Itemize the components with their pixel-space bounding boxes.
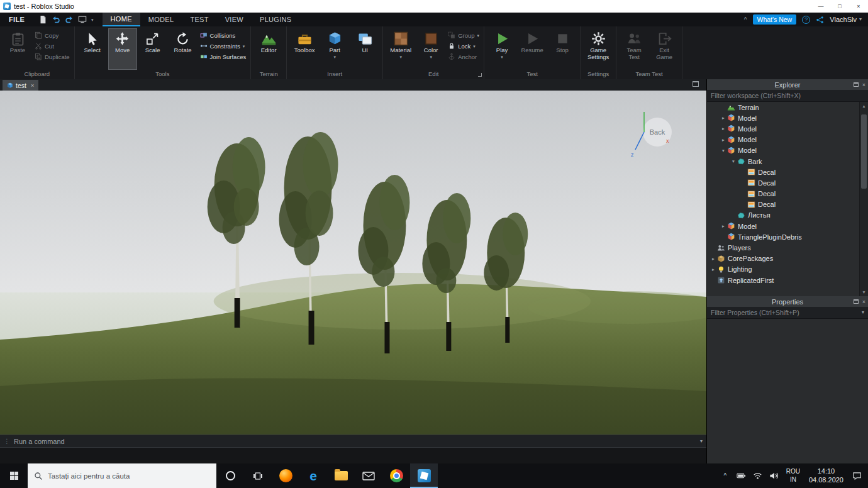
tree-item-model-4[interactable]: ▸ Model xyxy=(707,221,859,231)
tab-model[interactable]: MODEL xyxy=(140,13,182,26)
collapse-arrow[interactable]: ▾ xyxy=(730,158,737,164)
command-bar[interactable]: ⋮ ▾ xyxy=(0,435,706,448)
taskbar-search[interactable] xyxy=(28,463,216,488)
cortana-button[interactable] xyxy=(216,463,244,488)
ui-button[interactable]: UI xyxy=(350,28,379,70)
command-bar-grip-icon[interactable]: ⋮ xyxy=(4,438,10,445)
select-button[interactable]: Select xyxy=(78,28,107,70)
copy-button[interactable]: Copy xyxy=(35,31,70,39)
edge-button[interactable]: e xyxy=(299,463,327,488)
close-button[interactable]: × xyxy=(849,0,868,13)
material-button[interactable]: Material ▾ xyxy=(386,28,415,70)
explorer-float-icon[interactable] xyxy=(854,82,859,87)
terrain-editor-button[interactable]: Editor xyxy=(254,28,283,70)
tree-item-listya[interactable]: Листья xyxy=(707,210,859,221)
toolbox-button[interactable]: Toolbox xyxy=(290,28,319,70)
duplicate-button[interactable]: Duplicate xyxy=(35,53,70,60)
tree-item-model-1[interactable]: ▸ Model xyxy=(707,113,859,123)
rotate-button[interactable]: Rotate xyxy=(169,28,198,70)
maximize-button[interactable]: □ xyxy=(830,0,849,13)
expand-arrow[interactable]: ▸ xyxy=(720,126,727,131)
tree-item-replicatedfirst[interactable]: ReplicatedFirst xyxy=(707,275,859,286)
whats-new-button[interactable]: What's New xyxy=(753,14,797,25)
share-icon[interactable] xyxy=(816,16,824,24)
file-explorer-button[interactable] xyxy=(327,463,355,488)
collapse-ribbon-icon[interactable]: ^ xyxy=(744,16,747,23)
tree-item-triangleplugindebris[interactable]: TrianglePluginDebris xyxy=(707,231,859,242)
collisions-button[interactable]: Collisions xyxy=(200,31,247,39)
cut-button[interactable]: Cut xyxy=(35,42,70,50)
tree-item-decal-4[interactable]: Decal xyxy=(707,199,859,210)
scroll-down-icon[interactable]: ▼ xyxy=(860,288,868,296)
command-input[interactable] xyxy=(14,438,696,445)
chrome-button[interactable] xyxy=(382,463,410,488)
undo-icon[interactable] xyxy=(52,15,60,24)
expand-arrow[interactable]: ▸ xyxy=(709,267,717,272)
join-surfaces-button[interactable]: Join Surfaces xyxy=(200,53,247,60)
volume-icon[interactable] xyxy=(766,471,782,480)
tree-item-decal-2[interactable]: Decal xyxy=(707,177,859,188)
tab-plugins[interactable]: PLUGINS xyxy=(252,13,299,26)
tree-item-decal-1[interactable]: Decal xyxy=(707,167,859,177)
properties-close-icon[interactable]: × xyxy=(862,299,865,305)
screenshot-icon[interactable] xyxy=(78,15,87,24)
language-indicator[interactable]: ROU IN xyxy=(782,468,804,484)
tray-chevron-icon[interactable]: ^ xyxy=(717,472,733,479)
paste-button[interactable]: Paste xyxy=(3,28,32,70)
constraints-button[interactable]: Constraints▾ xyxy=(200,42,247,50)
float-pane-icon[interactable] xyxy=(693,81,699,87)
expand-arrow[interactable]: ▸ xyxy=(720,115,727,121)
tree-item-decal-3[interactable]: Decal xyxy=(707,189,859,199)
tree-item-bark[interactable]: ▾ Bark xyxy=(707,156,859,167)
file-menu[interactable]: FILE xyxy=(0,13,33,26)
scroll-up-icon[interactable]: ▲ xyxy=(860,102,868,110)
clock[interactable]: 14:10 04.08.2020 xyxy=(804,467,849,485)
properties-filter-caret-icon[interactable]: ▾ xyxy=(862,310,864,315)
properties-filter[interactable]: ▾ xyxy=(707,307,868,319)
expand-arrow[interactable]: ▸ xyxy=(709,256,717,262)
collapse-arrow[interactable]: ▾ xyxy=(720,148,727,153)
scrollbar-thumb[interactable] xyxy=(861,114,867,189)
properties-header[interactable]: Properties × xyxy=(707,296,868,307)
tree-item-model-3[interactable]: ▸ Model xyxy=(707,135,859,145)
explorer-filter-input[interactable] xyxy=(711,92,864,99)
lock-button[interactable]: Lock▾ xyxy=(448,42,479,50)
command-bar-caret-icon[interactable]: ▾ xyxy=(700,439,703,444)
group-button[interactable]: Group▾ xyxy=(448,31,479,39)
tree-item-lighting[interactable]: ▸ Lighting xyxy=(707,264,859,275)
tree-item-terrain[interactable]: Terrain xyxy=(707,102,859,113)
tab-home[interactable]: HOME xyxy=(103,13,140,26)
redo-icon[interactable] xyxy=(65,15,74,24)
expand-arrow[interactable]: ▸ xyxy=(720,223,727,229)
tree-item-model-2[interactable]: ▸ Model xyxy=(707,123,859,134)
tree-item-players[interactable]: Players xyxy=(707,242,859,253)
minimize-button[interactable]: — xyxy=(811,0,830,13)
explorer-scrollbar[interactable]: ▲ ▼ xyxy=(859,102,868,296)
help-icon[interactable]: ? xyxy=(802,16,810,24)
properties-float-icon[interactable] xyxy=(854,299,859,304)
start-button[interactable] xyxy=(0,463,28,488)
game-settings-button[interactable]: Game Settings xyxy=(584,28,613,70)
properties-filter-input[interactable] xyxy=(711,309,859,316)
explorer-close-icon[interactable]: × xyxy=(862,82,865,88)
tab-test[interactable]: TEST xyxy=(182,13,216,26)
tree-item-model-expanded[interactable]: ▾ Model xyxy=(707,145,859,156)
roblox-studio-taskbar-button[interactable] xyxy=(410,463,438,488)
mail-button[interactable] xyxy=(355,463,382,488)
battery-icon[interactable] xyxy=(733,471,750,480)
viewport-3d[interactable]: Back x z xyxy=(0,91,706,435)
action-center-icon[interactable] xyxy=(849,471,865,480)
qat-caret-icon[interactable]: ▾ xyxy=(91,18,94,22)
explorer-filter[interactable] xyxy=(707,90,868,102)
document-tab-test[interactable]: test × xyxy=(3,80,38,91)
expand-arrow[interactable]: ▸ xyxy=(720,137,727,143)
explorer-header[interactable]: Explorer × xyxy=(707,79,868,90)
part-button[interactable]: Part ▾ xyxy=(320,28,349,70)
view-orientation-gizmo[interactable]: Back x z xyxy=(620,107,695,160)
user-menu[interactable]: VlachSlv ▾ xyxy=(830,16,862,23)
firefox-button[interactable] xyxy=(272,463,299,488)
color-button[interactable]: Color ▾ xyxy=(416,28,445,70)
scale-button[interactable]: Scale xyxy=(138,28,167,70)
edit-dialog-launcher-icon[interactable] xyxy=(478,73,482,77)
anchor-button[interactable]: Anchor xyxy=(448,53,479,60)
